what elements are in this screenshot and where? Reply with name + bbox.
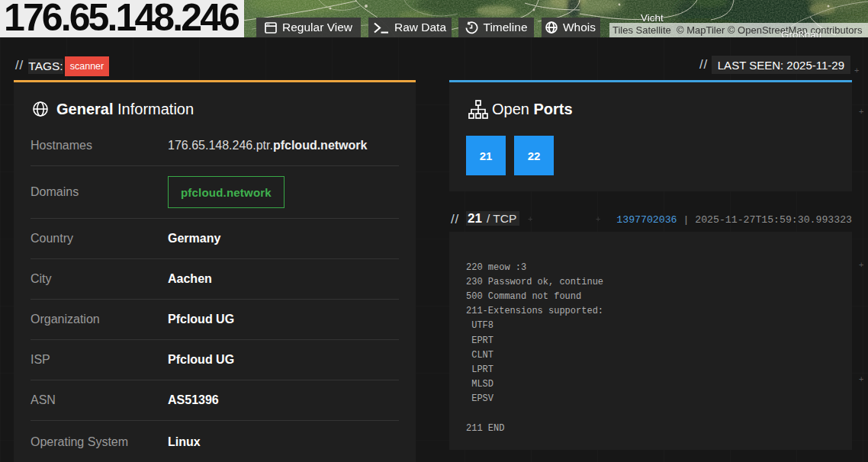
svg-text:Vicht: Vicht (641, 12, 664, 24)
svg-text:Tiles Satellite: Tiles Satellite (612, 24, 671, 36)
svg-text:© MapTiler © OpenStreetMap con: © MapTiler © OpenStreetMap contributors (677, 24, 863, 36)
svg-text:Großhau: Großhau (781, 29, 821, 37)
